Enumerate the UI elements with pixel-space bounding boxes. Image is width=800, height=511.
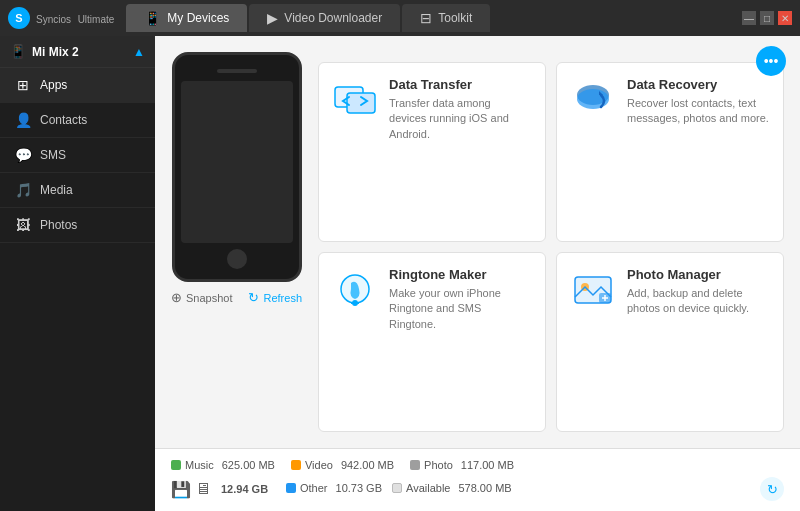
ringtone-icon <box>333 267 377 311</box>
device-collapse-icon[interactable]: ▲ <box>133 45 145 59</box>
phone-icon: 📱 <box>144 10 161 26</box>
legend-music: Music 625.00 MB <box>171 459 275 471</box>
content-area: ••• ⊕ Snapshot ↻ Refresh <box>155 36 800 511</box>
maximize-button[interactable]: □ <box>760 11 774 25</box>
contacts-icon: 👤 <box>14 112 32 128</box>
snapshot-icon: ⊕ <box>171 290 182 305</box>
storage-area: Music 625.00 MB Video 942.00 MB Photo 11… <box>155 448 800 511</box>
photo-manager-text: Photo Manager Add, backup and delete pho… <box>627 267 769 317</box>
data-transfer-icon <box>333 77 377 121</box>
other-dot <box>286 483 296 493</box>
refresh-button[interactable]: ↻ Refresh <box>248 290 302 305</box>
video-dot <box>291 460 301 470</box>
minimize-button[interactable]: — <box>742 11 756 25</box>
device-name: Mi Mix 2 <box>32 45 127 59</box>
legend-video: Video 942.00 MB <box>291 459 394 471</box>
music-dot <box>171 460 181 470</box>
tab-my-devices[interactable]: 📱 My Devices <box>126 4 247 32</box>
media-icon: 🎵 <box>14 182 32 198</box>
main-area: ⊕ Snapshot ↻ Refresh <box>155 36 800 448</box>
tab-toolkit[interactable]: ⊟ Toolkit <box>402 4 490 32</box>
phone-home-button <box>227 249 247 269</box>
window-controls: — □ ✕ <box>742 11 792 25</box>
sidebar-item-contacts[interactable]: 👤 Contacts <box>0 103 155 138</box>
feature-data-transfer[interactable]: Data Transfer Transfer data among device… <box>318 62 546 242</box>
feature-ringtone-maker[interactable]: Ringtone Maker Make your own iPhone Ring… <box>318 252 546 432</box>
sidebar: 📱 Mi Mix 2 ▲ ⊞ Apps 👤 Contacts 💬 SMS 🎵 M… <box>0 36 155 511</box>
apps-icon: ⊞ <box>14 77 32 93</box>
sidebar-item-media[interactable]: 🎵 Media <box>0 173 155 208</box>
nav-tabs: 📱 My Devices ▶ Video Downloader ⊟ Toolki… <box>126 4 742 32</box>
data-transfer-text: Data Transfer Transfer data among device… <box>389 77 531 142</box>
sidebar-item-photos[interactable]: 🖼 Photos <box>0 208 155 243</box>
storage-bar-row: 💾 🖥 12.94 GB Other 10.73 GB Available <box>171 477 784 501</box>
logo-icon: S <box>8 7 30 29</box>
titlebar: S Syncios Ultimate 📱 My Devices ▶ Video … <box>0 0 800 36</box>
storage-total: 12.94 GB <box>221 483 276 495</box>
device-icon: 📱 <box>10 44 26 59</box>
play-icon: ▶ <box>267 10 278 26</box>
phone-mockup <box>172 52 302 282</box>
legend-photo: Photo 117.00 MB <box>410 459 514 471</box>
more-button[interactable]: ••• <box>756 46 786 76</box>
app-logo: S Syncios Ultimate <box>8 7 114 29</box>
data-recovery-text: Data Recovery Recover lost contacts, tex… <box>627 77 769 127</box>
toolkit-icon: ⊟ <box>420 10 432 26</box>
storage-icons: 💾 🖥 <box>171 480 211 499</box>
phone-speaker <box>217 69 257 73</box>
legend-other: Other 10.73 GB <box>286 482 382 494</box>
storage-refresh-button[interactable]: ↻ <box>760 477 784 501</box>
feature-photo-manager[interactable]: Photo Manager Add, backup and delete pho… <box>556 252 784 432</box>
snapshot-button[interactable]: ⊕ Snapshot <box>171 290 232 305</box>
phone-actions: ⊕ Snapshot ↻ Refresh <box>171 290 302 305</box>
ringtone-maker-text: Ringtone Maker Make your own iPhone Ring… <box>389 267 531 332</box>
photos-icon: 🖼 <box>14 217 32 233</box>
photo-manager-icon <box>571 267 615 311</box>
monitor-icon: 🖥 <box>195 480 211 498</box>
features-grid: Data Transfer Transfer data among device… <box>318 52 784 432</box>
feature-data-recovery[interactable]: Data Recovery Recover lost contacts, tex… <box>556 62 784 242</box>
main-layout: 📱 Mi Mix 2 ▲ ⊞ Apps 👤 Contacts 💬 SMS 🎵 M… <box>0 36 800 511</box>
photo-dot <box>410 460 420 470</box>
app-name: Syncios Ultimate <box>36 11 114 26</box>
phone-container: ⊕ Snapshot ↻ Refresh <box>171 52 302 432</box>
sidebar-item-apps[interactable]: ⊞ Apps <box>0 68 155 103</box>
device-header: 📱 Mi Mix 2 ▲ <box>0 36 155 68</box>
phone-screen <box>181 81 293 243</box>
storage-legend: Music 625.00 MB Video 942.00 MB Photo 11… <box>171 459 784 471</box>
close-button[interactable]: ✕ <box>778 11 792 25</box>
refresh-icon: ↻ <box>248 290 259 305</box>
data-recovery-icon <box>571 77 615 121</box>
legend-available: Available 578.00 MB <box>392 482 512 494</box>
available-dot <box>392 483 402 493</box>
hdd-icon: 💾 <box>171 480 191 499</box>
tab-video-downloader[interactable]: ▶ Video Downloader <box>249 4 400 32</box>
sidebar-item-sms[interactable]: 💬 SMS <box>0 138 155 173</box>
sms-icon: 💬 <box>14 147 32 163</box>
